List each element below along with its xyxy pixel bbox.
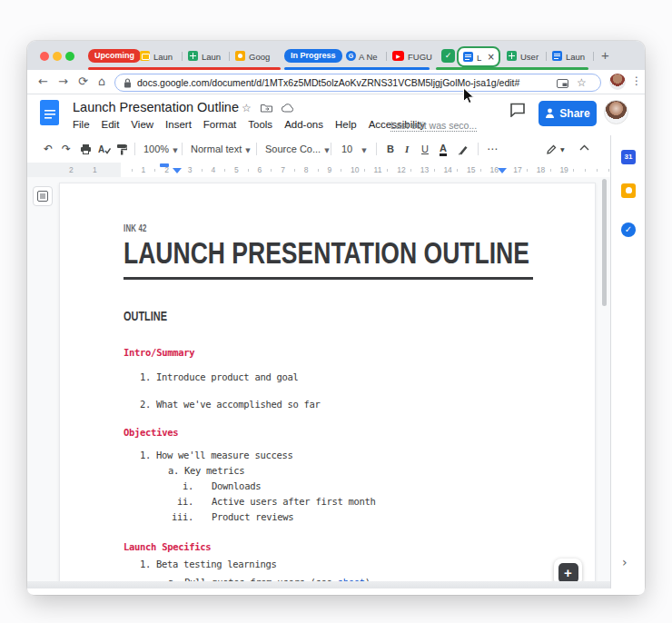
share-label: Share xyxy=(559,107,589,120)
home-button[interactable]: ⌂ xyxy=(98,74,105,88)
menu-view[interactable]: View xyxy=(131,119,153,130)
tab-divider xyxy=(182,52,183,61)
ruler[interactable]: 2 1 12345678910111213141516171819 xyxy=(27,163,627,177)
tab-google[interactable]: Goog xyxy=(249,52,274,62)
tab-launch-doc[interactable]: Laun xyxy=(566,52,589,62)
spellcheck-icon[interactable]: A xyxy=(98,143,111,154)
collapse-toolbar-icon[interactable] xyxy=(579,144,589,151)
editing-mode-dropdown-icon[interactable]: ▼ xyxy=(560,146,565,153)
docs-header: Launch Presentation Outline ☆ File Edit … xyxy=(27,94,645,135)
bookmark-star-icon[interactable]: ☆ xyxy=(577,76,587,89)
toolbar: ↶ ↷ A 100%▼ Normal text▼ Source Co...▼ 1… xyxy=(27,135,610,163)
share-button[interactable]: Share xyxy=(539,101,597,126)
active-tab-label: L xyxy=(477,53,486,63)
move-folder-icon[interactable] xyxy=(261,104,272,113)
ruler-number: 5 xyxy=(234,165,239,174)
menu-file[interactable]: File xyxy=(73,119,90,130)
cloud-saved-icon[interactable] xyxy=(282,104,294,113)
browser-profile-avatar[interactable] xyxy=(609,74,626,90)
svg-text:A: A xyxy=(98,144,104,154)
tasks-icon[interactable]: ✓ xyxy=(621,222,636,237)
list-item: 1.How we'll measure success xyxy=(124,450,531,461)
tab-divider xyxy=(546,52,547,61)
ruler-number: 8 xyxy=(304,165,309,174)
omnibox[interactable]: docs.google.com/document/d/1MTx6z5MDt5ol… xyxy=(114,74,601,92)
forward-button[interactable]: → xyxy=(58,74,68,88)
pip-icon[interactable] xyxy=(557,79,568,88)
browser-menu-icon[interactable]: ⋮ xyxy=(631,74,642,87)
active-tab-launch-outline[interactable]: L × xyxy=(457,46,500,67)
tab-launch-sheet[interactable]: Laun xyxy=(202,52,225,62)
back-button[interactable]: ← xyxy=(38,74,48,88)
bottom-scroll-track[interactable] xyxy=(27,581,610,588)
docs-favicon-icon xyxy=(463,52,473,62)
left-indent-marker[interactable] xyxy=(173,168,182,173)
doc-outline-heading: OUTLINE xyxy=(124,309,531,323)
italic-button[interactable]: I xyxy=(405,143,409,154)
tab-a-new[interactable]: A Ne xyxy=(359,52,382,62)
underline-button[interactable]: U xyxy=(421,143,429,154)
lock-icon xyxy=(124,78,132,88)
ruler-margin-area xyxy=(27,163,121,177)
highlight-pen-icon[interactable] xyxy=(458,144,469,155)
right-indent-marker[interactable] xyxy=(498,168,507,173)
document-page[interactable]: INK 42 LAUNCH PRESENTATION OUTLINE OUTLI… xyxy=(59,183,596,587)
text-color-button[interactable]: A xyxy=(440,143,447,156)
font-select[interactable]: Source Co...▼ xyxy=(265,143,330,154)
tab-fugu[interactable]: FUGU xyxy=(408,52,432,62)
more-tools-icon[interactable]: ⋯ xyxy=(487,143,498,155)
tab-launch-deck[interactable]: Laun xyxy=(153,52,177,62)
hide-side-panel-icon[interactable]: › xyxy=(622,555,628,569)
menu-format[interactable]: Format xyxy=(203,119,236,130)
vertical-scrollbar[interactable] xyxy=(602,179,607,306)
print-icon[interactable] xyxy=(80,143,92,154)
document-title[interactable]: Launch Presentation Outline xyxy=(73,100,239,114)
comment-history-icon[interactable] xyxy=(509,103,526,117)
plus-icon: + xyxy=(558,563,578,583)
new-tab-button[interactable]: + xyxy=(601,47,609,63)
tab-group-in-progress[interactable]: In Progress xyxy=(284,49,342,63)
menu-insert[interactable]: Insert xyxy=(165,119,192,130)
bold-button[interactable]: B xyxy=(387,143,394,154)
section-heading-objectives: Objectives xyxy=(124,427,531,439)
tab-user[interactable]: User xyxy=(520,52,542,62)
redo-icon[interactable]: ↷ xyxy=(62,143,71,155)
list-item: iii.Product reviews xyxy=(124,511,531,523)
undo-icon[interactable]: ↶ xyxy=(44,143,53,155)
close-window-button[interactable] xyxy=(40,52,49,61)
keep-icon[interactable] xyxy=(621,183,636,198)
menu-addons[interactable]: Add-ons xyxy=(284,119,323,130)
collapsed-green-group-chip[interactable]: ✓ xyxy=(441,49,455,63)
ruler-number: 17 xyxy=(513,165,521,174)
menu-bar: File Edit View Insert Format Tools Add-o… xyxy=(73,119,425,130)
calendar-icon[interactable]: 31 xyxy=(621,150,636,164)
ruler-number: 18 xyxy=(537,165,545,174)
star-document-icon[interactable]: ☆ xyxy=(242,102,252,114)
show-outline-button[interactable] xyxy=(33,186,53,206)
menu-edit[interactable]: Edit xyxy=(102,119,120,130)
tab-group-upcoming[interactable]: Upcoming xyxy=(88,49,141,63)
font-size-select[interactable]: 10▼ xyxy=(341,143,367,154)
list-item: 2.What we've accomplished so far xyxy=(124,399,531,410)
reload-button[interactable]: ⟳ xyxy=(78,74,88,88)
menu-tools[interactable]: Tools xyxy=(248,119,272,130)
first-line-indent-marker[interactable] xyxy=(160,163,169,167)
slides-favicon-icon xyxy=(140,51,150,61)
paint-format-icon[interactable] xyxy=(116,143,127,155)
last-edit-link[interactable]: Last edit was seco... xyxy=(390,120,477,132)
close-tab-icon[interactable]: × xyxy=(488,52,495,62)
minimize-window-button[interactable] xyxy=(53,52,62,61)
editing-mode-pencil-icon[interactable] xyxy=(547,144,557,154)
account-avatar[interactable] xyxy=(604,100,628,124)
tab-divider xyxy=(593,52,594,61)
menu-help[interactable]: Help xyxy=(335,119,357,130)
ruler-number: 4 xyxy=(211,165,215,174)
ruler-number: 1 xyxy=(93,165,97,174)
google-docs-icon[interactable] xyxy=(40,100,59,125)
zoom-window-button[interactable] xyxy=(65,52,74,61)
styles-select[interactable]: Normal text▼ xyxy=(191,143,251,154)
zoom-select[interactable]: 100%▼ xyxy=(143,143,178,154)
tab-divider xyxy=(386,52,387,61)
section-heading-intro: Intro/Summary xyxy=(124,347,531,359)
ruler-number: 12 xyxy=(397,165,405,174)
